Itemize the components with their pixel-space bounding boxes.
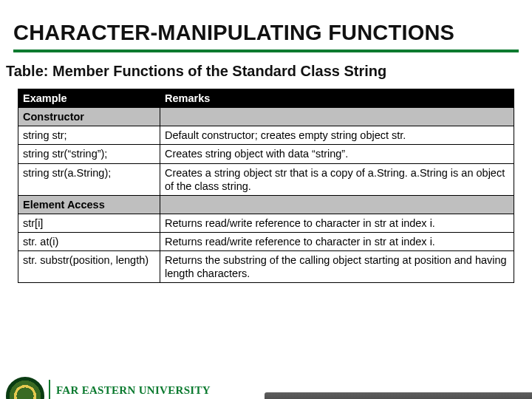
section-blank — [160, 195, 514, 214]
cell-remarks: Returns the substring of the calling obj… — [160, 251, 514, 283]
table-row: str[i] Returns read/write reference to c… — [18, 214, 514, 232]
cell-example: string str(“string”); — [18, 145, 160, 163]
cell-remarks: Returns read/write reference to characte… — [160, 214, 514, 232]
footer-right: Information Technology Education Departm… — [265, 372, 532, 399]
footer-left: FAR EASTERN UNIVERSITY East Asia College — [0, 372, 211, 399]
table-caption: Table: Member Functions of the Standard … — [6, 63, 526, 80]
title-underline — [13, 50, 519, 52]
cell-remarks: Returns read/write reference to characte… — [160, 233, 514, 251]
university-seal-icon — [6, 377, 44, 399]
cell-remarks: Creates a string object str that is a co… — [160, 163, 514, 195]
institution-block: FAR EASTERN UNIVERSITY East Asia College — [49, 380, 211, 399]
table-row: string str(a.String); Creates a string o… — [18, 163, 514, 195]
cell-example: str. substr(position, length) — [18, 251, 160, 283]
cell-example: str. at(i) — [18, 233, 160, 251]
department-label: Information Technology Education Departm… — [265, 392, 532, 399]
section-row: Element Access — [18, 195, 514, 214]
institution-name: FAR EASTERN UNIVERSITY — [56, 384, 211, 397]
table-row: string str(“string”); Creates string obj… — [18, 145, 514, 163]
cell-example: str[i] — [18, 214, 160, 232]
functions-table: Example Remarks Constructor string str; … — [18, 89, 514, 283]
table-row: str. at(i) Returns read/write reference … — [18, 233, 514, 251]
cell-remarks: Creates string object with data “string”… — [160, 145, 514, 163]
table-row: string str; Default constructor; creates… — [18, 126, 514, 145]
section-label: Constructor — [18, 108, 160, 126]
page-title: CHARACTER-MANIPULATING FUNCTIONS — [13, 21, 519, 45]
section-blank — [160, 108, 514, 126]
cell-remarks: Default constructor; creates empty strin… — [160, 126, 514, 145]
section-row: Constructor — [18, 108, 514, 126]
section-label: Element Access — [18, 195, 160, 214]
slide-footer: FAR EASTERN UNIVERSITY East Asia College… — [0, 372, 532, 399]
table-row: str. substr(position, length) Returns th… — [18, 251, 514, 283]
th-example: Example — [18, 89, 160, 108]
cell-example: string str(a.String); — [18, 163, 160, 195]
cell-example: string str; — [18, 126, 160, 145]
th-remarks: Remarks — [160, 89, 514, 108]
